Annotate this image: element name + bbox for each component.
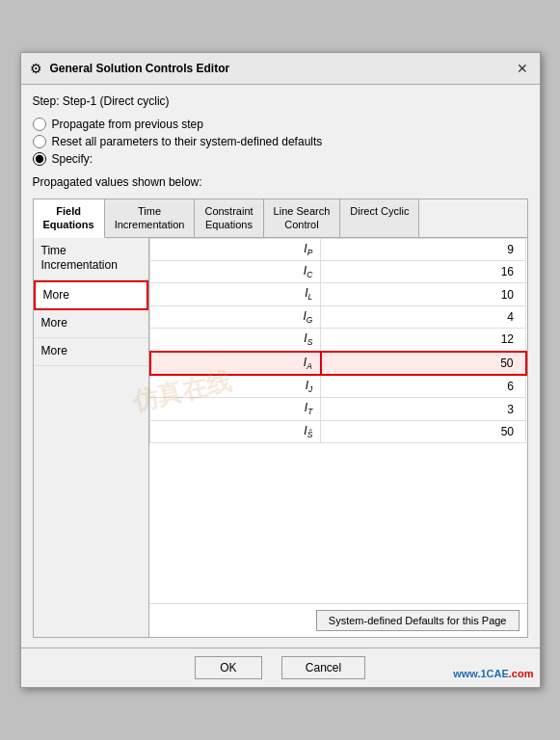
tab-field-equations[interactable]: FieldEquations: [34, 199, 105, 238]
sidebar-more-2[interactable]: More: [34, 310, 148, 338]
radio-propagate-input[interactable]: [33, 118, 46, 131]
step-label: Step: Step-1 (Direct cyclic): [33, 94, 528, 108]
value-cell: 16: [321, 260, 526, 282]
symbol-cell: IC: [150, 260, 321, 282]
radio-specify-input[interactable]: [33, 152, 46, 166]
table-row: IT 3: [150, 398, 526, 420]
symbol-cell: IL: [150, 283, 321, 305]
radio-reset-input[interactable]: [33, 135, 46, 148]
site-watermark: www.1CAE.com: [453, 668, 533, 679]
sidebar-more-1[interactable]: More: [34, 280, 148, 311]
value-cell: 6: [321, 375, 526, 398]
site-url-red: .com: [509, 668, 534, 679]
tab-direct-cyclic[interactable]: Direct Cyclic: [340, 199, 419, 237]
sidebar-more-3[interactable]: More: [34, 338, 148, 366]
propagated-label: Propagated values shown below:: [33, 175, 528, 189]
tab-constraint-equations[interactable]: ConstraintEquations: [195, 199, 263, 237]
sidebar-time-incrementation[interactable]: TimeIncrementation: [34, 238, 148, 280]
site-url-blue: www.1CAE: [453, 668, 509, 679]
defaults-btn-area: System-defined Defaults for this Page: [149, 603, 527, 637]
radio-propagate[interactable]: Propagate from previous step: [33, 118, 528, 131]
symbol-cell: IŜ: [150, 420, 321, 442]
table-row-highlighted: IA 50: [150, 352, 526, 375]
tab-content: TimeIncrementation More More More IP 9: [34, 238, 527, 637]
dialog-icon: ⚙: [29, 61, 44, 76]
main-dialog: ⚙ General Solution Controls Editor ✕ Ste…: [20, 52, 541, 688]
value-cell: 3: [321, 398, 526, 420]
radio-reset[interactable]: Reset all parameters to their system-def…: [33, 135, 528, 148]
close-button[interactable]: ✕: [513, 59, 532, 78]
symbol-cell: IP: [150, 238, 321, 260]
title-bar-left: ⚙ General Solution Controls Editor: [29, 61, 230, 76]
tab-panel: IP 9 IC 16 IL 10: [149, 238, 527, 637]
cancel-button[interactable]: Cancel: [281, 656, 365, 679]
tab-header: FieldEquations TimeIncrementation Constr…: [34, 199, 527, 238]
radio-propagate-label: Propagate from previous step: [52, 118, 203, 131]
value-cell: 4: [321, 305, 526, 328]
symbol-cell: IS: [150, 329, 321, 352]
symbol-cell: IG: [150, 305, 321, 328]
symbol-cell: IT: [150, 398, 321, 420]
value-cell: 9: [321, 238, 526, 260]
parameters-table: IP 9 IC 16 IL 10: [149, 238, 527, 444]
radio-group: Propagate from previous step Reset all p…: [33, 118, 528, 166]
defaults-button[interactable]: System-defined Defaults for this Page: [316, 610, 520, 631]
ok-button[interactable]: OK: [195, 656, 262, 679]
radio-specify[interactable]: Specify:: [33, 152, 528, 166]
tab-sidebar: TimeIncrementation More More More: [34, 238, 149, 637]
tabs-container: 仿真在线 FieldEquations TimeIncrementation C…: [33, 198, 528, 638]
value-cell: 12: [321, 329, 526, 352]
tab-time-incrementation[interactable]: TimeIncrementation: [105, 199, 196, 237]
table-row: IL 10: [150, 283, 526, 305]
value-cell: 50: [321, 420, 526, 442]
symbol-cell: IJ: [150, 375, 321, 398]
symbol-cell-highlighted: IA: [150, 352, 321, 375]
radio-specify-label: Specify:: [52, 152, 93, 166]
radio-reset-label: Reset all parameters to their system-def…: [52, 135, 323, 148]
table-row: IP 9: [150, 238, 526, 260]
table-row: IJ 6: [150, 375, 526, 398]
dialog-body: Step: Step-1 (Direct cyclic) Propagate f…: [21, 85, 540, 648]
table-row: IG 4: [150, 305, 526, 328]
value-cell: 10: [321, 283, 526, 305]
title-bar: ⚙ General Solution Controls Editor ✕: [21, 53, 540, 85]
dialog-footer: OK Cancel www.1CAE.com: [21, 648, 540, 687]
value-cell-highlighted: 50: [321, 352, 526, 375]
tab-line-search[interactable]: Line SearchControl: [264, 199, 341, 237]
dialog-title: General Solution Controls Editor: [50, 62, 230, 75]
table-row: IŜ 50: [150, 420, 526, 442]
table-row: IS 12: [150, 329, 526, 352]
table-row: IC 16: [150, 260, 526, 282]
